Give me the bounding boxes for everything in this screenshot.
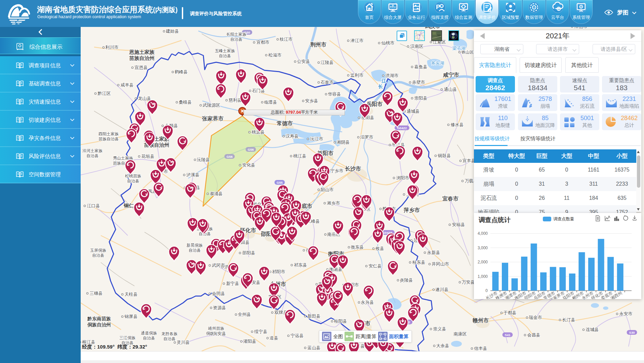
svg-text:长: 长 <box>378 84 383 89</box>
svg-text:咸丰县: 咸丰县 <box>121 82 134 87</box>
svg-text:安仁县: 安仁县 <box>369 263 382 268</box>
svg-text:宜春市: 宜春市 <box>442 195 458 202</box>
svg-text:汉南区: 汉南区 <box>410 44 424 49</box>
svg-text:赣州市: 赣州市 <box>472 317 489 323</box>
svg-text:衡东县: 衡东县 <box>351 245 364 250</box>
svg-text:黔江区: 黔江区 <box>98 91 111 96</box>
svg-text:邵阳县: 邵阳县 <box>242 250 255 255</box>
svg-text:攸县: 攸县 <box>375 246 384 251</box>
svg-text:蓝山县: 蓝山县 <box>308 345 321 350</box>
svg-text:浏阳市: 浏阳市 <box>396 175 409 180</box>
svg-text:潜江市: 潜江市 <box>351 38 364 43</box>
svg-text:通城县: 通城县 <box>407 109 420 114</box>
svg-text:锦屏县: 锦屏县 <box>124 314 138 319</box>
svg-text:侗族自治州: 侗族自治州 <box>87 322 111 327</box>
svg-text:铁山区: 铁山区 <box>461 50 474 55</box>
svg-text:桂阳县: 桂阳县 <box>334 319 347 324</box>
svg-text:利川市: 利川市 <box>105 45 119 50</box>
svg-text:井冈山市: 井冈山市 <box>432 261 449 266</box>
svg-text:桂东县: 桂东县 <box>412 260 426 265</box>
svg-text:会昌县: 会昌县 <box>527 332 540 337</box>
svg-text:万安县: 万安县 <box>462 280 475 285</box>
svg-text:P: P <box>436 3 440 10</box>
svg-text:萍乡市: 萍乡市 <box>403 207 420 213</box>
svg-text:瑞金市: 瑞金市 <box>529 315 542 320</box>
svg-text:韶山市: 韶山市 <box>320 187 334 192</box>
svg-text:绥宁县: 绥宁县 <box>254 329 268 334</box>
svg-text:三江侗族: 三江侗族 <box>119 335 135 340</box>
svg-text:三穗县: 三穗县 <box>90 291 103 296</box>
svg-text:于都县: 于都县 <box>504 310 517 315</box>
svg-text:信丰县: 信丰县 <box>474 346 487 351</box>
svg-text:通山县: 通山县 <box>444 87 457 92</box>
svg-text:洪湖市: 洪湖市 <box>386 73 399 78</box>
svg-text:江口县: 江口县 <box>87 203 100 208</box>
svg-text:靖州苗族: 靖州苗族 <box>208 326 224 331</box>
svg-text:江陵县: 江陵县 <box>321 60 334 65</box>
svg-text:宁乡市: 宁乡市 <box>330 168 344 173</box>
svg-text:祁阳市: 祁阳市 <box>272 269 285 274</box>
svg-text:崇阳县: 崇阳县 <box>414 96 428 101</box>
svg-text:S30: S30 <box>629 331 635 334</box>
svg-text:永兴县: 永兴县 <box>361 300 374 305</box>
svg-text:宜丰县: 宜丰县 <box>462 158 476 163</box>
svg-text:龙胜各族: 龙胜各族 <box>161 331 177 336</box>
svg-text:新宁县: 新宁县 <box>226 281 239 286</box>
svg-text:修水县: 修水县 <box>451 122 464 127</box>
svg-text:酉阳土家族: 酉阳土家族 <box>98 132 119 136</box>
svg-text:4,000: 4,000 <box>478 231 488 236</box>
svg-text:G0422: G0422 <box>397 126 407 130</box>
svg-text:嘉鱼县: 嘉鱼县 <box>414 64 428 69</box>
svg-text:G56: G56 <box>227 155 233 158</box>
svg-text:鹤峰县: 鹤峰县 <box>175 69 188 74</box>
svg-text:G56: G56 <box>248 148 254 151</box>
svg-text:枝江市: 枝江市 <box>280 37 293 42</box>
svg-text:全州县: 全州县 <box>238 312 251 317</box>
svg-text:长汀县: 长汀县 <box>562 317 575 322</box>
svg-text:崇义县: 崇义县 <box>433 326 446 331</box>
svg-text:兴安县: 兴安县 <box>213 331 226 336</box>
svg-text:新晃侗族: 新晃侗族 <box>187 243 203 248</box>
svg-text:安化县: 安化县 <box>242 162 255 168</box>
svg-text:黔东南苗族: 黔东南苗族 <box>87 316 111 321</box>
svg-text:斧头湖: 斧头湖 <box>431 61 444 66</box>
svg-text:通道侗族: 通道侗族 <box>141 331 157 335</box>
svg-text:安乡县: 安乡县 <box>305 98 318 103</box>
svg-text:灵川县: 灵川县 <box>177 340 190 345</box>
svg-text:松桃苗族: 松桃苗族 <box>125 174 141 178</box>
svg-text:建始县: 建始县 <box>166 29 179 34</box>
svg-text:自治县: 自治县 <box>127 179 139 183</box>
svg-text:溆浦县: 溆浦县 <box>210 191 223 196</box>
svg-text:汨罗市: 汨罗市 <box>360 135 373 140</box>
svg-text:咸宁市: 咸宁市 <box>443 72 459 78</box>
svg-text:炎陵县: 炎陵县 <box>400 278 413 283</box>
svg-text:花垣县: 花垣县 <box>141 154 155 159</box>
svg-text:仙桃市: 仙桃市 <box>381 40 395 45</box>
svg-text:永新县: 永新县 <box>427 250 440 255</box>
svg-text:石首市: 石首市 <box>321 80 334 85</box>
svg-text:天柱县: 天柱县 <box>125 292 138 297</box>
svg-text:自治县: 自治县 <box>189 248 201 253</box>
svg-text:铜鼓县: 铜鼓县 <box>438 153 451 158</box>
svg-text:临澧县: 临澧县 <box>264 100 277 105</box>
svg-text:资源县: 资源县 <box>213 305 226 310</box>
svg-text:苗族自治州: 苗族自治州 <box>129 55 155 61</box>
svg-text:0: 0 <box>485 288 488 293</box>
svg-text:监利市: 监利市 <box>351 73 364 78</box>
svg-text:沅陵县: 沅陵县 <box>197 157 210 162</box>
svg-text:宁远县: 宁远县 <box>291 333 304 338</box>
svg-text:宣恩县: 宣恩县 <box>135 65 148 70</box>
svg-text:大余县: 大余县 <box>436 343 449 348</box>
svg-text:宜都市: 宜都市 <box>256 40 270 45</box>
svg-text:桃江县: 桃江县 <box>293 153 307 158</box>
svg-text:道县: 道县 <box>270 335 278 340</box>
svg-text:武汉市: 武汉市 <box>425 27 440 29</box>
svg-text:2,000: 2,000 <box>478 260 488 264</box>
svg-text:自治县: 自治县 <box>230 37 242 42</box>
svg-text:荆州市: 荆州市 <box>310 41 326 47</box>
svg-text:新田县: 新田县 <box>308 314 321 319</box>
svg-text:龙山县: 龙山县 <box>138 96 151 101</box>
svg-text:华容县: 华容县 <box>328 92 341 97</box>
svg-text:常德市: 常德市 <box>277 120 293 126</box>
svg-text:泸溪县: 泸溪县 <box>187 172 200 177</box>
